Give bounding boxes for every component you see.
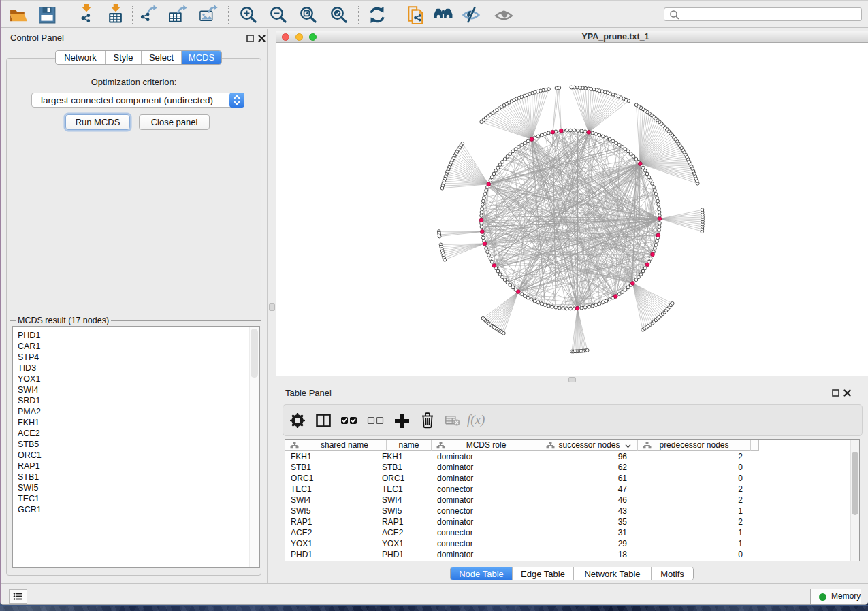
svg-text:f(x): f(x) <box>467 412 485 427</box>
